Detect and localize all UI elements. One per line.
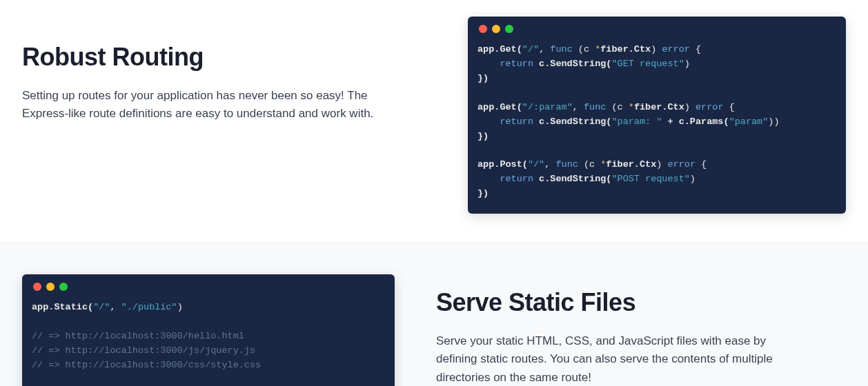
feature-heading: Robust Routing — [22, 43, 426, 72]
maximize-icon — [505, 25, 513, 33]
code-window-static: app.Static("/", "./public") // => http:/… — [22, 274, 395, 386]
feature-text: Robust Routing Setting up routes for you… — [22, 17, 426, 123]
code-content: app.Static("/", "./public") // => http:/… — [32, 301, 385, 386]
feature-desc: Serve your static HTML, CSS, and JavaScr… — [436, 332, 809, 386]
feature-text: Serve Static Files Serve your static HTM… — [436, 274, 846, 386]
feature-section-static: app.Static("/", "./public") // => http:/… — [0, 241, 868, 386]
maximize-icon — [59, 283, 68, 291]
code-content: app.Get("/", func (c *fiber.Ctx) error {… — [477, 43, 836, 201]
window-controls — [32, 281, 385, 291]
minimize-icon — [46, 283, 55, 291]
feature-heading: Serve Static Files — [436, 288, 846, 317]
code-window-routing: app.Get("/", func (c *fiber.Ctx) error {… — [468, 17, 846, 214]
minimize-icon — [492, 25, 500, 33]
window-controls — [477, 23, 836, 33]
feature-desc: Setting up routes for your application h… — [22, 87, 395, 123]
close-icon — [33, 283, 41, 291]
feature-section-routing: Robust Routing Setting up routes for you… — [0, 0, 868, 241]
close-icon — [479, 25, 487, 33]
